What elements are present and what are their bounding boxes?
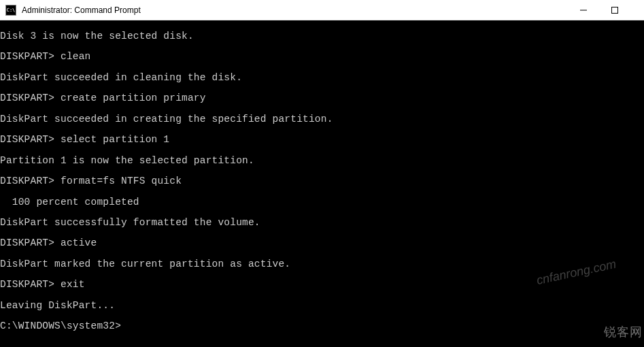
cursor [121, 320, 126, 331]
window-title: Administrator: Command Prompt [22, 5, 568, 15]
terminal-line: DISKPART> format=fs NTFS quick [0, 171, 644, 191]
terminal-line: DiskPart succeeded in creating the speci… [0, 109, 644, 129]
terminal-line: 100 percent completed [0, 192, 644, 212]
terminal-line: Partition 1 is now the selected partitio… [0, 150, 644, 171]
terminal-line: DiskPart marked the current partition as… [0, 254, 644, 274]
terminal-line: DISKPART> exit [0, 274, 644, 295]
svg-rect-1 [612, 7, 618, 13]
terminal-line: DISKPART> create partition primary [0, 88, 644, 108]
maximize-button[interactable] [599, 0, 630, 20]
terminal-output[interactable]: Disk 3 is now the selected disk. DISKPAR… [0, 20, 644, 347]
terminal-line: Disk 3 is now the selected disk. [0, 26, 644, 46]
close-button[interactable] [630, 0, 644, 20]
titlebar: C:\ Administrator: Command Prompt [0, 0, 644, 20]
terminal-line: Leaving DiskPart... [0, 295, 644, 316]
terminal-line: DiskPart succeeded in cleaning the disk. [0, 67, 644, 88]
minimize-button[interactable] [568, 0, 599, 20]
terminal-line: DISKPART> active [0, 233, 644, 253]
cmd-icon: C:\ [5, 5, 16, 16]
terminal-line: DiskPart successfully formatted the volu… [0, 212, 644, 233]
terminal-line: DISKPART> clean [0, 46, 644, 67]
terminal-prompt: C:\WINDOWS\system32> [0, 316, 644, 336]
window-controls [568, 0, 644, 20]
terminal-line: DISKPART> select partition 1 [0, 129, 644, 150]
